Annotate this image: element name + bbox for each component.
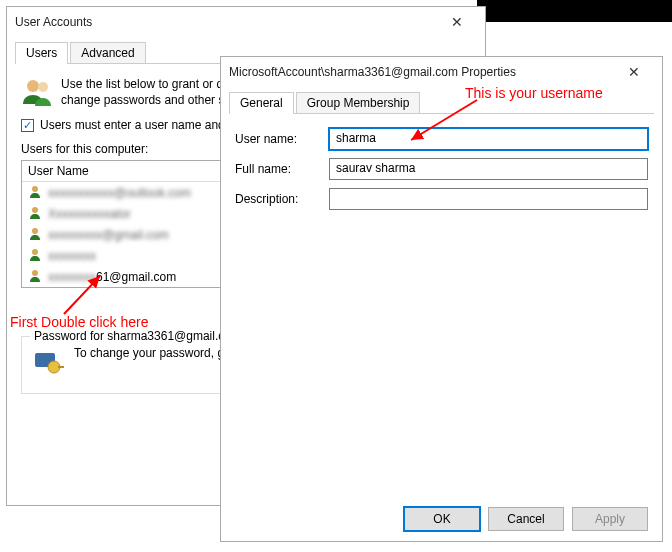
svg-point-2 [32, 186, 38, 192]
user-icon [28, 247, 42, 264]
key-icon [32, 345, 66, 379]
svg-rect-9 [58, 366, 64, 368]
svg-point-1 [38, 82, 48, 92]
user-icon [28, 226, 42, 243]
description-field[interactable] [329, 188, 648, 210]
window-title: User Accounts [15, 15, 437, 29]
users-icon [21, 76, 53, 108]
close-icon[interactable]: ✕ [614, 64, 654, 80]
fullname-label: Full name: [235, 162, 319, 176]
close-icon[interactable]: ✕ [437, 14, 477, 30]
tabs: General Group Membership [229, 91, 654, 114]
cancel-button[interactable]: Cancel [488, 507, 564, 531]
ok-button[interactable]: OK [404, 507, 480, 531]
titlebar[interactable]: MicrosoftAccount\sharma3361@gmail.com Pr… [221, 57, 662, 87]
apply-button[interactable]: Apply [572, 507, 648, 531]
fullname-field[interactable]: saurav sharma [329, 158, 648, 180]
tab-group-membership[interactable]: Group Membership [296, 92, 421, 114]
svg-point-5 [32, 249, 38, 255]
window-title: MicrosoftAccount\sharma3361@gmail.com Pr… [229, 65, 614, 79]
svg-point-3 [32, 207, 38, 213]
svg-point-0 [27, 80, 39, 92]
user-icon [28, 268, 42, 285]
svg-point-4 [32, 228, 38, 234]
tab-advanced[interactable]: Advanced [70, 42, 145, 64]
tab-users[interactable]: Users [15, 42, 68, 64]
svg-point-6 [32, 270, 38, 276]
require-password-checkbox[interactable] [21, 119, 34, 132]
username-field[interactable]: sharma [329, 128, 648, 150]
username-label: User name: [235, 132, 319, 146]
properties-window: MicrosoftAccount\sharma3361@gmail.com Pr… [220, 56, 663, 542]
password-legend: Password for sharma3361@gmail.com [30, 329, 245, 343]
titlebar[interactable]: User Accounts ✕ [7, 7, 485, 37]
description-label: Description: [235, 192, 319, 206]
user-icon [28, 205, 42, 222]
user-icon [28, 184, 42, 201]
tab-general[interactable]: General [229, 92, 294, 114]
